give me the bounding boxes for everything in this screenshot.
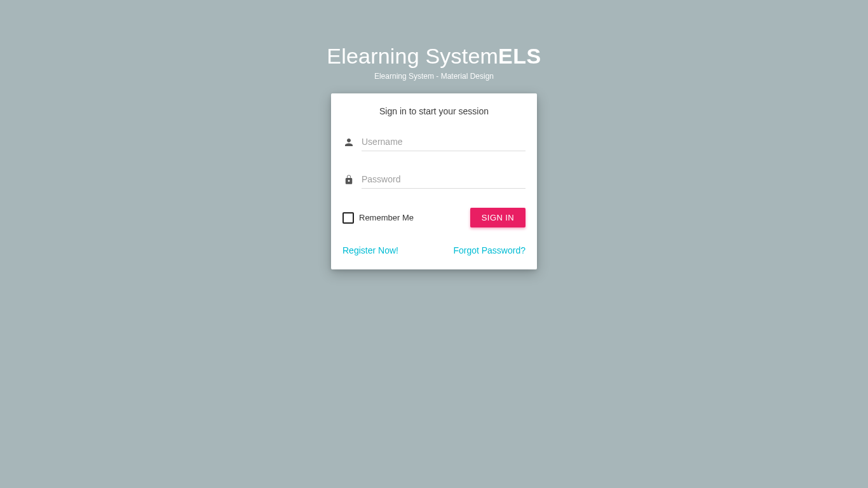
checkbox-box-icon xyxy=(342,212,354,224)
sign-in-button[interactable]: SIGN IN xyxy=(470,208,526,227)
signin-message: Sign in to start your session xyxy=(342,106,526,116)
remember-me-checkbox[interactable]: Remember Me xyxy=(342,212,414,224)
login-page: Elearning SystemELS Elearning System - M… xyxy=(0,0,868,269)
lock-icon xyxy=(342,174,355,186)
login-card: Sign in to start your session Remember M… xyxy=(331,93,537,269)
person-icon xyxy=(342,137,355,148)
brand-title-light: Elearning System xyxy=(327,44,498,68)
brand-header: Elearning SystemELS Elearning System - M… xyxy=(327,44,541,81)
username-field xyxy=(342,133,526,151)
password-input[interactable] xyxy=(362,170,526,189)
brand-title-bold: ELS xyxy=(498,44,541,68)
brand-title: Elearning SystemELS xyxy=(327,44,541,68)
options-row: Remember Me SIGN IN xyxy=(342,208,526,227)
aux-links: Register Now! Forgot Password? xyxy=(342,245,526,255)
forgot-password-link[interactable]: Forgot Password? xyxy=(453,245,526,255)
password-field xyxy=(342,170,526,189)
remember-me-label: Remember Me xyxy=(359,213,414,222)
username-input[interactable] xyxy=(362,133,526,151)
register-link[interactable]: Register Now! xyxy=(342,245,398,255)
brand-subtitle: Elearning System - Material Design xyxy=(327,72,541,81)
